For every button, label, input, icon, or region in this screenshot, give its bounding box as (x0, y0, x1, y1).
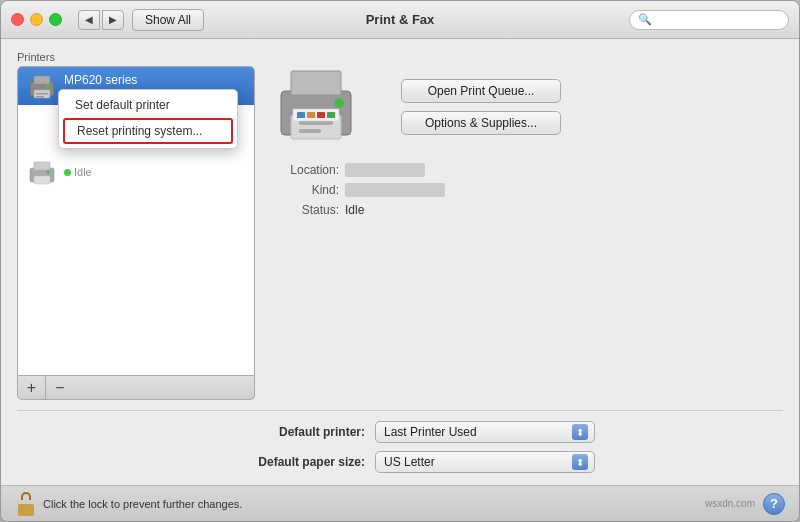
printer-info: Location: Kind: Status: Idle (271, 163, 783, 217)
svg-point-3 (46, 84, 50, 88)
status-value: Idle (345, 203, 364, 217)
dropdown-arrow-2: ⬍ (572, 454, 588, 470)
status-label: Status: (275, 203, 339, 217)
svg-point-13 (334, 98, 344, 108)
lock-shackle (21, 492, 31, 500)
search-icon: 🔍 (638, 13, 652, 26)
svg-rect-4 (36, 93, 48, 95)
printer-status-2: Idle (64, 166, 92, 178)
help-button[interactable]: ? (763, 493, 785, 515)
default-printer-value: Last Printer Used (384, 425, 477, 439)
svg-rect-5 (36, 96, 44, 98)
default-printer-dropdown[interactable]: Last Printer Used ⬍ (375, 421, 595, 443)
default-printer-row: Default printer: Last Printer Used ⬍ (17, 421, 783, 443)
printer-preview-area: Open Print Queue... Options & Supplies..… (271, 59, 783, 149)
options-supplies-button[interactable]: Options & Supplies... (401, 111, 561, 135)
printer-name-text: MP620 series (64, 73, 137, 87)
lock-text: Click the lock to prevent further change… (43, 498, 242, 510)
kind-label: Kind: (275, 183, 339, 197)
window-title: Print & Fax (366, 12, 435, 27)
context-menu-set-default[interactable]: Set default printer (59, 93, 237, 117)
printer-info-2: Idle (64, 166, 92, 178)
forward-button[interactable]: ▶ (102, 10, 124, 30)
default-paper-row: Default paper size: US Letter ⬍ (17, 451, 783, 473)
printer-list-controls: + − (17, 376, 255, 400)
default-paper-value: US Letter (384, 455, 435, 469)
svg-rect-7 (34, 162, 50, 170)
right-panel: Open Print Queue... Options & Supplies..… (271, 51, 783, 400)
close-button[interactable] (11, 13, 24, 26)
printers-label: Printers (17, 51, 255, 63)
lock-area[interactable]: Click the lock to prevent further change… (15, 492, 242, 516)
nav-buttons: ◀ ▶ (78, 10, 124, 30)
svg-rect-17 (297, 112, 305, 118)
printer-icon-2 (26, 158, 58, 186)
main-content: Printers MP620 series (1, 39, 799, 485)
lock-icon (15, 492, 37, 516)
back-button[interactable]: ◀ (78, 10, 100, 30)
status-row: Status: Idle (275, 203, 783, 217)
default-paper-label: Default paper size: (205, 455, 365, 469)
svg-rect-15 (299, 129, 321, 133)
bottom-section: Default printer: Last Printer Used ⬍ Def… (17, 410, 783, 473)
search-box[interactable]: 🔍 (629, 10, 789, 30)
footer: Click the lock to prevent further change… (1, 485, 799, 521)
search-input[interactable] (656, 14, 780, 26)
default-printer-label: Default printer: (205, 425, 365, 439)
lock-body (18, 504, 34, 516)
status-dot (64, 169, 71, 176)
svg-point-9 (46, 170, 50, 174)
window-controls (11, 13, 62, 26)
remove-printer-button[interactable]: − (46, 376, 74, 399)
context-menu-reset[interactable]: Reset printing system... (63, 118, 233, 144)
printer-icon (26, 72, 58, 100)
main-row: Printers MP620 series (17, 51, 783, 400)
svg-rect-20 (327, 112, 335, 118)
minimize-button[interactable] (30, 13, 43, 26)
kind-row: Kind: (275, 183, 783, 197)
svg-rect-18 (307, 112, 315, 118)
printers-panel: Printers MP620 series (17, 51, 255, 400)
window: ◀ ▶ Show All Print & Fax 🔍 Printers (0, 0, 800, 522)
svg-rect-14 (299, 121, 333, 125)
location-label: Location: (275, 163, 339, 177)
kind-value (345, 183, 445, 197)
add-printer-button[interactable]: + (18, 376, 46, 399)
svg-rect-8 (34, 176, 50, 184)
printer-large-icon (271, 59, 381, 149)
dropdown-arrow-1: ⬍ (572, 424, 588, 440)
watermark-text: wsxdn.com (705, 498, 755, 509)
svg-rect-1 (34, 76, 50, 84)
location-value (345, 163, 425, 177)
context-menu: Set default printer Reset printing syste… (58, 89, 238, 149)
printer-item-2[interactable]: Idle (18, 153, 254, 191)
svg-rect-11 (291, 71, 341, 95)
svg-rect-19 (317, 112, 325, 118)
maximize-button[interactable] (49, 13, 62, 26)
printers-list: MP620 series Idle, L... Set default prin… (17, 66, 255, 376)
printer-actions: Open Print Queue... Options & Supplies..… (401, 59, 561, 135)
titlebar: ◀ ▶ Show All Print & Fax 🔍 (1, 1, 799, 39)
open-print-queue-button[interactable]: Open Print Queue... (401, 79, 561, 103)
default-paper-dropdown[interactable]: US Letter ⬍ (375, 451, 595, 473)
location-row: Location: (275, 163, 783, 177)
show-all-button[interactable]: Show All (132, 9, 204, 31)
